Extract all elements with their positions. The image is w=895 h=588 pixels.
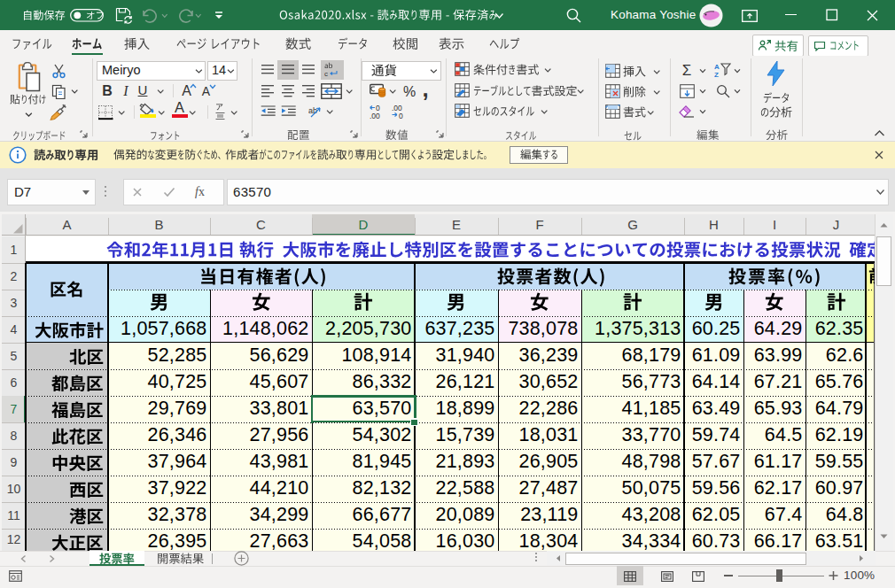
svg-text:ab: ab	[308, 106, 317, 115]
svg-text:0: 0	[399, 112, 403, 120]
svg-text:c: c	[324, 70, 328, 78]
svg-text:.00: .00	[370, 112, 380, 120]
svg-text:Z: Z	[714, 71, 719, 78]
svg-text:A: A	[714, 63, 720, 71]
